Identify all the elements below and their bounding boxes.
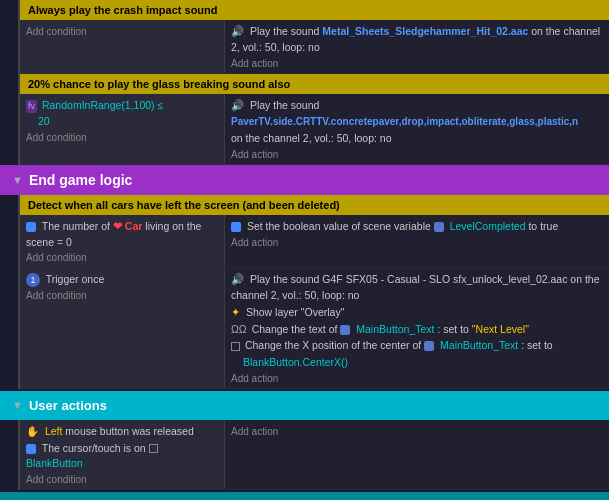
glass-bar: 20% chance to play the glass breaking so… — [20, 74, 609, 94]
add-condition-link-5[interactable]: Add condition — [26, 474, 218, 485]
cursor-on-cond: The cursor/touch is on BlankButton — [26, 441, 218, 473]
glass-sound-name: PaverTV.side.CRTTV.concretepaver,drop,im… — [231, 114, 603, 130]
car-count-actions: Set the boolean value of scene variable … — [225, 215, 609, 268]
hand-icon: ✋ — [26, 425, 39, 437]
speaker-icon-1: 🔊 — [231, 25, 244, 37]
add-action-link-2[interactable]: Add action — [231, 149, 603, 160]
set-boolean-action: Set the boolean value of scene variable … — [231, 219, 603, 235]
glass-actions: 🔊 Play the sound PaverTV.side.CRTTV.conc… — [225, 94, 609, 164]
action-icon-1 — [231, 222, 241, 232]
add-condition-link[interactable]: Add condition — [26, 26, 218, 37]
play-sound-action-1: 🔊 Play the sound Metal_Sheets_Sledgehamm… — [231, 24, 603, 56]
play-sfx-action: 🔊 Play the sound G4F SFX05 - Casual - SL… — [231, 272, 603, 304]
always-crash-actions: 🔊 Play the sound Metal_Sheets_Sledgehamm… — [225, 20, 609, 73]
trigger-once-actions: 🔊 Play the sound G4F SFX05 - Casual - SL… — [225, 268, 609, 388]
collapse-end-game[interactable]: ▼ — [12, 174, 23, 186]
glass-conditions: fv RandomInRange(1,100) ≤ 20 Add conditi… — [20, 94, 225, 164]
always-crash-bar: Always play the crash impact sound — [20, 0, 609, 20]
user-actions-conditions: ✋ Left mouse button was released The cur… — [20, 420, 225, 489]
user-actions-header: ▼ User actions — [0, 391, 609, 420]
always-crash-row: Add condition 🔊 Play the sound Metal_She… — [20, 20, 609, 74]
user-actions-title: User actions — [29, 398, 107, 413]
add-action-link-3[interactable]: Add action — [231, 237, 603, 248]
var-icon-1 — [434, 222, 444, 232]
fx-badge: fv — [26, 100, 37, 114]
trigger-once-cond: 1 Trigger once — [26, 272, 218, 288]
show-layer-action: ✦ Show layer "Overlay" — [231, 305, 603, 321]
always-crash-conditions: Add condition — [20, 20, 225, 73]
speaker-icon-3: 🔊 — [231, 273, 244, 285]
add-action-link-5[interactable]: Add action — [231, 426, 603, 437]
user-actions-section: ✋ Left mouse button was released The cur… — [18, 420, 609, 490]
var-icon-2 — [340, 325, 350, 335]
speaker-icon-2: 🔊 — [231, 99, 244, 111]
detect-cars-bar: Detect when all cars have left the scree… — [20, 195, 609, 215]
blank-button-ref: BlankButton.CenterX() — [231, 355, 603, 371]
add-condition-link-2[interactable]: Add condition — [26, 132, 218, 143]
cursor-icon — [26, 444, 36, 454]
change-pos-action: Change the X position of the center of M… — [231, 338, 603, 354]
var-icon-3 — [424, 341, 434, 351]
add-condition-link-3[interactable]: Add condition — [26, 252, 218, 263]
main-container: Always play the crash impact sound Add c… — [0, 0, 609, 500]
random-range-cond: fv RandomInRange(1,100) ≤ — [26, 98, 218, 114]
cond-icon-1 — [26, 222, 36, 232]
blank-button-icon — [149, 444, 158, 453]
trigger-once-conditions: 1 Trigger once Add condition — [20, 268, 225, 388]
add-condition-link-4[interactable]: Add condition — [26, 290, 218, 301]
glass-sound-params: on the channel 2, vol.: 50, loop: no — [231, 131, 603, 147]
car-count-row: The number of ❤ Car living on the scene … — [20, 215, 609, 269]
checkbox-icon — [231, 342, 240, 351]
next-level-header: ▼ Next Level — [0, 492, 609, 500]
end-game-header: ▼ End game logic — [0, 165, 609, 195]
car-number-cond: The number of ❤ Car living on the scene … — [26, 219, 218, 251]
change-text-action: ΩΩ Change the text of MainButton_Text : … — [231, 322, 603, 338]
add-action-link-4[interactable]: Add action — [231, 373, 603, 384]
detect-cars-section: Detect when all cars have left the scree… — [18, 195, 609, 389]
collapse-user-actions[interactable]: ▼ — [12, 399, 23, 411]
glass-section: 20% chance to play the glass breaking so… — [18, 74, 609, 165]
glass-row: fv RandomInRange(1,100) ≤ 20 Add conditi… — [20, 94, 609, 165]
play-sound-glass: 🔊 Play the sound — [231, 98, 603, 114]
add-action-link-1[interactable]: Add action — [231, 58, 603, 69]
trigger-badge: 1 — [26, 273, 40, 287]
end-game-title: End game logic — [29, 172, 132, 188]
car-count-conditions: The number of ❤ Car living on the scene … — [20, 215, 225, 268]
user-actions-actions: Add action — [225, 420, 609, 489]
trigger-once-row: 1 Trigger once Add condition 🔊 Play the … — [20, 268, 609, 389]
layer-icon: ✦ — [231, 306, 240, 318]
random-value: 20 — [26, 114, 218, 130]
always-crash-section: Always play the crash impact sound Add c… — [18, 0, 609, 74]
mouse-button-cond: ✋ Left mouse button was released — [26, 424, 218, 440]
user-actions-row: ✋ Left mouse button was released The cur… — [20, 420, 609, 490]
